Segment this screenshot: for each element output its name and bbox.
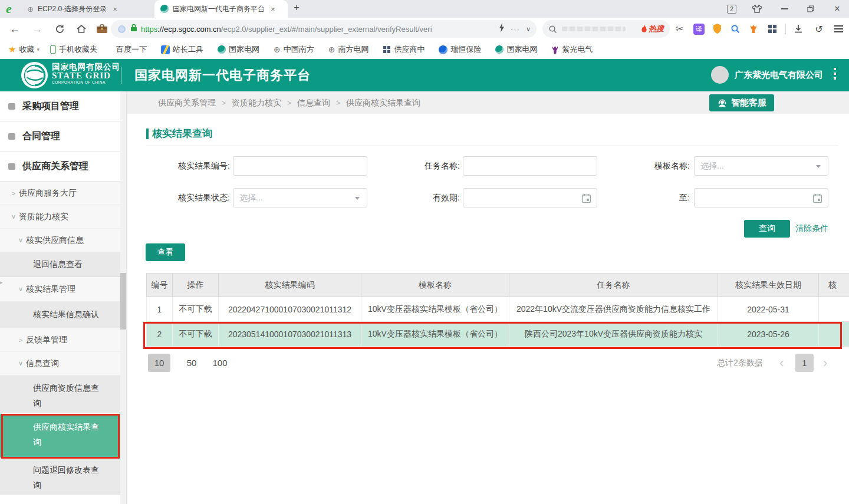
sidebar-item-problem-return-modify-query[interactable]: 问题退回修改表查询 [0, 457, 120, 495]
url-text[interactable]: https://ecp.sgcc.com.cn/ecp2.0/supplier_… [141, 25, 432, 34]
close-window-button[interactable]: × [829, 0, 845, 18]
page-size-50[interactable]: 50 [183, 354, 200, 372]
breadcrumb-item-current: 供应商核实结果查询 [346, 98, 420, 107]
page-size-10-selected[interactable]: 10 [148, 354, 170, 372]
bookmark-baidu[interactable]: 百度一下 [116, 44, 147, 55]
bookmark-sgcc-1[interactable]: 国家电网 [218, 44, 259, 55]
valid-to-date-input[interactable] [694, 188, 828, 207]
table-row[interactable]: 1 不可下载 202204271000107030021011312 10kV变… [147, 297, 849, 322]
company-name[interactable]: 广东紫光电气有限公司 [735, 70, 823, 81]
breadcrumb-item[interactable]: 资质能力核实 [232, 98, 281, 107]
bookmark-label: 站长工具 [173, 44, 203, 55]
address-bar[interactable]: https://ecp.sgcc.com.cn/ecp2.0/supplier_… [111, 20, 537, 38]
tab-sgcc-platform-active[interactable]: 国家电网新一代电子商务平台 × [154, 0, 288, 18]
breadcrumb-item[interactable]: 供应商关系管理 [158, 98, 216, 107]
find-magnifier-icon[interactable] [728, 18, 743, 40]
favorites-button[interactable]: ★ 收藏 ▾ [8, 44, 40, 55]
sidebar-item-contract[interactable]: 合同管理 [0, 121, 120, 151]
restore-button[interactable] [803, 0, 818, 18]
security-shield-icon[interactable] [709, 18, 725, 40]
bookmark-southern-grid[interactable]: ⊕ 南方电网 [328, 44, 369, 55]
select-arrow-icon [355, 197, 360, 200]
sidebar-item-procurement[interactable]: 采购项目管理 [0, 91, 120, 121]
sidebar-item-info-query[interactable]: ∨ 信息查询 [0, 352, 120, 375]
sidebar-item-supplier-relation[interactable]: 供应商关系管理 [0, 151, 120, 182]
bookmark-ziguang[interactable]: 紫光电气 [551, 44, 593, 55]
restore-tab-icon[interactable]: ↺ [811, 18, 827, 40]
sidebar-item-verify-result-confirm[interactable]: 核实结果信息确认 [0, 302, 120, 328]
sidebar-item-verify-result-mgmt[interactable]: ∨ 核实结果管理 [0, 277, 120, 302]
tab-close-icon[interactable]: × [271, 5, 275, 14]
sidebar-scrollbar-thumb[interactable] [120, 273, 126, 330]
extension-flame-icon[interactable] [746, 18, 761, 40]
more-tools-icon[interactable]: ··· [511, 25, 520, 34]
header-more-icon[interactable] [834, 68, 836, 80]
bookmark-sgcc-2[interactable]: 国家电网 [495, 44, 537, 55]
result-no-input[interactable] [233, 156, 367, 176]
next-page-icon[interactable]: › [823, 354, 827, 372]
back-button[interactable]: ← [7, 18, 22, 40]
minimize-button[interactable] [777, 0, 792, 18]
tab-close-icon[interactable]: × [113, 5, 117, 14]
bookmark-ruiheng[interactable]: 瑞恒保险 [439, 44, 481, 55]
current-page-button[interactable]: 1 [795, 354, 814, 372]
breadcrumb-item[interactable]: 信息查询 [297, 98, 330, 107]
sidebar-collapse-icon[interactable]: ▸ [0, 279, 3, 285]
prev-page-icon[interactable]: ‹ [779, 354, 784, 372]
page-size-100[interactable]: 100 [209, 354, 231, 372]
calendar-icon[interactable] [812, 193, 822, 205]
breadcrumb-separator: > [336, 99, 340, 107]
dropdown-chevron-icon[interactable]: ∨ [526, 25, 531, 33]
translate-icon[interactable]: 译 [691, 18, 706, 40]
tab-ecp-login[interactable]: ⊕ ECP2.0-选择身份登录 × [21, 0, 153, 18]
table-header-row: 编号 操作 核实结果编码 模板名称 任务名称 核实结果生效日期 核 [147, 274, 849, 297]
lightning-icon[interactable] [499, 23, 505, 35]
downloads-icon[interactable] [790, 18, 807, 40]
sidebar-item-service-hall[interactable]: > 供应商服务大厅 [0, 182, 120, 205]
result-status-select[interactable]: 选择... [233, 188, 367, 207]
menu-square-icon [8, 103, 15, 110]
globe-icon: ⊕ [328, 45, 335, 54]
result-status-label: 核实结果状态: [142, 188, 230, 207]
clear-conditions-link[interactable]: 清除条件 [795, 223, 828, 234]
home-icon[interactable] [73, 18, 90, 40]
valid-from-date-input[interactable] [463, 188, 597, 207]
sidebar-item-qualification-verify[interactable]: ∨ 资质能力核实 [0, 205, 120, 229]
apps-grid-icon[interactable] [765, 18, 780, 40]
briefcase-icon[interactable] [93, 18, 111, 40]
cell-effective-date: 2023-05-26 [718, 322, 819, 347]
screenshot-scissors-icon[interactable]: ✂ [672, 18, 687, 40]
browser-logo-icon[interactable]: e [6, 1, 12, 17]
sidebar-item-returned-info-view[interactable]: 退回信息查看 [0, 252, 120, 277]
sidebar-item-verify-supplier-info[interactable]: ∨ 核实供应商信息 [0, 229, 120, 252]
flame-icon [641, 25, 647, 34]
sidebar-item-feedback-mgmt[interactable]: > 反馈单管理 [0, 328, 120, 352]
bookmark-supplier[interactable]: 供应商中 [383, 44, 424, 55]
reload-icon[interactable] [52, 18, 67, 40]
new-tab-button[interactable]: + [294, 2, 300, 14]
template-name-select[interactable]: 选择... [694, 156, 828, 176]
tab-count-badge[interactable]: 2 [726, 0, 737, 18]
cell-result-code: 202204271000107030021011312 [219, 297, 361, 322]
calendar-icon[interactable] [581, 193, 591, 205]
sidebar-item-supplier-qualification-query[interactable]: 供应商资质信息查询 [0, 375, 120, 413]
avatar[interactable] [711, 66, 729, 84]
valid-to-label: 至: [607, 188, 690, 207]
query-button[interactable]: 查询 [744, 220, 790, 238]
hot-search-button[interactable]: 热搜 [641, 24, 664, 34]
table-row-selected[interactable]: 2 不可下载 202305141000107030021011313 10kV变… [147, 322, 849, 347]
skin-theme-icon[interactable] [750, 0, 764, 18]
sidebar-item-supplier-verify-result-query-selected[interactable]: 供应商核实结果查询 [0, 414, 120, 457]
menu-hamburger-icon[interactable] [830, 18, 847, 40]
search-input[interactable]: 热搜 [542, 20, 670, 38]
view-button[interactable]: 查看 [146, 243, 185, 261]
bookmark-china-southern[interactable]: ⊕ 中国南方 [274, 44, 314, 55]
task-name-input[interactable] [463, 156, 597, 176]
smart-service-button[interactable]: 智能客服 [709, 94, 774, 111]
bookmark-mobile-folder[interactable]: 手机收藏夹 [50, 44, 97, 55]
https-lock-icon[interactable] [130, 24, 137, 34]
forward-button[interactable]: → [29, 18, 45, 40]
search-icon [548, 25, 557, 34]
site-info-icon[interactable] [118, 25, 126, 33]
bookmark-zhanzhang[interactable]: 站长工具 [161, 44, 203, 55]
